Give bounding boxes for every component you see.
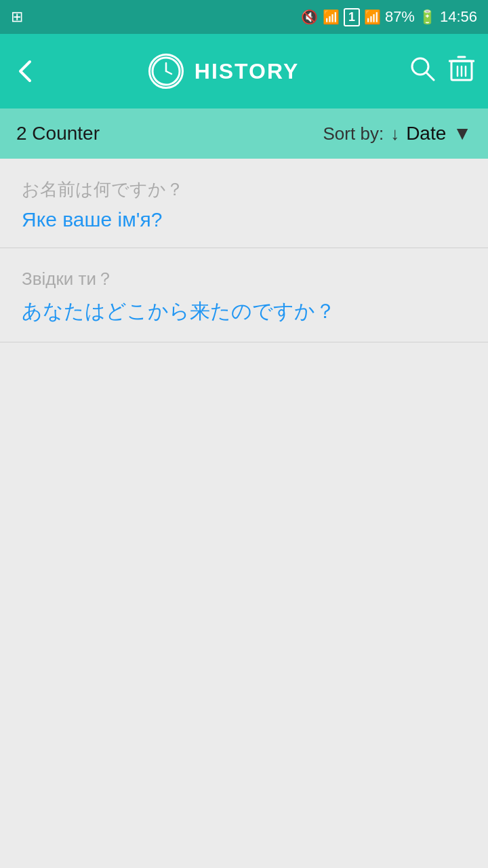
sort-value-label: Date xyxy=(406,123,446,144)
sort-control[interactable]: Sort by: ↓ Date ▼ xyxy=(323,123,472,144)
sort-dropdown-icon[interactable]: ▼ xyxy=(453,123,472,144)
signal-icon: 📶 xyxy=(364,9,381,25)
svg-text:🔇: 🔇 xyxy=(301,9,318,24)
status-icons: 🔇 📶 1 📶 87% 🔋 14:56 xyxy=(301,8,477,26)
counter-label: 2 Counter xyxy=(16,123,323,144)
history-item[interactable]: Звідки ти？ あなたはどこから来たのですか？ xyxy=(0,248,488,342)
history-item-source: Звідки ти？ xyxy=(22,267,466,291)
trash-button[interactable] xyxy=(449,54,474,88)
toolbar: HISTORY xyxy=(0,34,488,108)
wifi-icon: 📶 xyxy=(323,9,340,25)
status-time: 14:56 xyxy=(440,8,477,26)
sort-by-label: Sort by: xyxy=(323,123,384,144)
history-item-translation: Яке ваше ім'я? xyxy=(22,208,466,231)
status-bar-left-icon: ⊞ xyxy=(11,8,23,26)
search-button[interactable] xyxy=(409,56,435,87)
history-item[interactable]: お名前は何ですか？ Яке ваше ім'я? xyxy=(0,159,488,248)
history-item-source: お名前は何ですか？ xyxy=(22,178,466,201)
history-list: お名前は何ですか？ Яке ваше ім'я? Звідки ти？ あなたは… xyxy=(0,159,488,868)
mute-icon: 🔇 xyxy=(301,9,319,24)
svg-line-3 xyxy=(166,71,171,74)
history-item-translation: あなたはどこから来たのですか？ xyxy=(22,298,466,326)
toolbar-title: HISTORY xyxy=(195,59,299,84)
status-bar: ⊞ 🔇 📶 1 📶 87% 🔋 14:56 xyxy=(0,0,488,34)
battery-icon: 🔋 xyxy=(419,9,436,25)
sim-icon: 1 xyxy=(344,8,360,26)
clock-icon xyxy=(148,54,184,89)
subheader: 2 Counter Sort by: ↓ Date ▼ xyxy=(0,108,488,159)
back-button[interactable] xyxy=(14,59,38,83)
sort-direction-icon: ↓ xyxy=(390,123,399,144)
svg-line-5 xyxy=(426,73,434,80)
battery-percent: 87% xyxy=(385,8,415,26)
toolbar-title-area: HISTORY xyxy=(52,54,396,89)
